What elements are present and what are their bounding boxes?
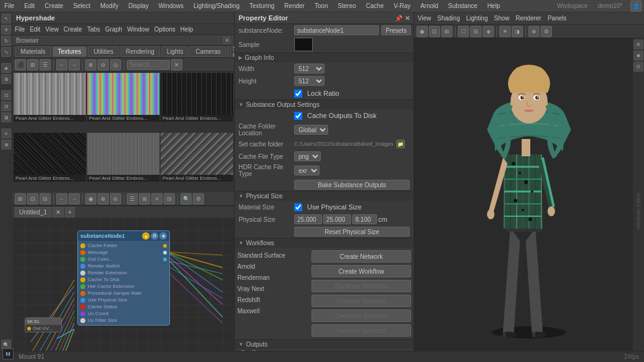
tab-rendering[interactable]: Rendering	[121, 46, 160, 57]
move-tool[interactable]: ✛	[1, 25, 11, 35]
tool8[interactable]: ⊟	[1, 101, 11, 111]
tab-textures[interactable]: Textures	[53, 46, 87, 57]
prop-pin-icon[interactable]: 📌	[395, 15, 402, 22]
hs-menu-file[interactable]: File	[15, 26, 25, 33]
tb-btn5[interactable]: →	[69, 59, 80, 70]
tool11[interactable]: ⊕	[1, 140, 11, 149]
workflow-standard-surface[interactable]: Standard Surface	[237, 250, 307, 261]
hs-menu-view[interactable]: View	[45, 26, 59, 33]
tb-btn2[interactable]: ⊞	[27, 59, 38, 70]
tb-btn8[interactable]: ◎	[110, 59, 121, 70]
tab-shading-groups[interactable]: Shading Groups	[227, 46, 234, 58]
cache-outputs-check[interactable]	[294, 112, 302, 120]
vp-light1[interactable]: ☀	[499, 26, 511, 37]
menu-edit[interactable]: Edit	[22, 2, 36, 9]
browse-folder-btn[interactable]: 📁	[396, 140, 405, 148]
ng-btn7[interactable]: ⊕	[98, 193, 109, 204]
node-btn-graph[interactable]: ◈	[159, 232, 167, 240]
ng-btn8[interactable]: ⊖	[110, 193, 121, 204]
cache-file-type-select[interactable]: pngjpgtif	[294, 151, 321, 161]
substance-node-input[interactable]	[294, 25, 379, 35]
ng-btn1[interactable]: ⊞	[15, 193, 26, 204]
tool6[interactable]: ⊞	[1, 74, 11, 84]
vp-menu-panels[interactable]: Panels	[548, 15, 567, 22]
ng-layout3[interactable]: ≡	[151, 193, 163, 204]
vp-menu-show[interactable]: Show	[494, 15, 509, 22]
hdr-cache-select[interactable]: exrhdr	[294, 166, 320, 175]
menu-display[interactable]: Display	[127, 2, 151, 9]
menu-select[interactable]: Select	[71, 2, 92, 9]
menu-arnold[interactable]: Arnold	[418, 2, 440, 9]
tb-btn3[interactable]: ☰	[40, 59, 51, 70]
use-physical-size-check[interactable]	[294, 203, 302, 211]
menu-create[interactable]: Create	[43, 2, 65, 9]
menu-vray[interactable]: V-Ray	[392, 2, 412, 9]
ng-layout2[interactable]: ⊞	[139, 193, 150, 204]
tab-materials[interactable]: Materials	[15, 46, 51, 57]
width-select[interactable]: 51225610242048	[294, 64, 324, 74]
create-network-btn[interactable]: Create Network	[311, 250, 411, 263]
tool10[interactable]: ≡	[1, 128, 11, 138]
ng-layout[interactable]: ☰	[127, 193, 138, 204]
tb-btn1[interactable]: ⬛	[15, 59, 26, 70]
physical-size-header[interactable]: ▼ Physical Size	[235, 191, 413, 201]
workflow-arnold[interactable]: Arnold	[237, 261, 307, 272]
vp-smooth[interactable]: ◈	[483, 26, 494, 37]
workflow-maxwell[interactable]: Maxwell	[237, 306, 307, 317]
browser-close[interactable]: ✕	[223, 36, 231, 44]
graph-info-header[interactable]: ▶ Graph Info	[235, 53, 413, 62]
menu-windows[interactable]: Windows	[156, 2, 185, 9]
texture-cell-5[interactable]: Pearl And Glitter Embros...	[87, 133, 159, 192]
vp-tb1[interactable]: ◉	[417, 26, 428, 37]
attr-icon1[interactable]: ⊞	[633, 40, 643, 49]
vp-menu-renderer[interactable]: Renderer	[515, 15, 541, 22]
vp-tb3[interactable]: ⊞	[441, 26, 452, 37]
ng-layout4[interactable]: ⊟	[164, 193, 175, 204]
vp-shading[interactable]: ☐	[458, 26, 469, 37]
overwrite-selected-btn[interactable]: Overwrite Selected	[311, 309, 411, 322]
tb-btn6[interactable]: ⊕	[85, 59, 96, 70]
vp-menu-shading[interactable]: Shading	[438, 15, 460, 22]
substance-node[interactable]: substanceNode1 ● ⚙ ◈ Cache Folder	[77, 230, 170, 326]
create-workflow-btn[interactable]: Create Workflow	[311, 265, 411, 277]
output-settings-header[interactable]: ▼ Substance Output Settings	[235, 99, 413, 109]
rotate-tool[interactable]: ↻	[1, 36, 11, 46]
cache-folder-select[interactable]: GlobalLocal	[294, 125, 328, 135]
hs-menu-graph[interactable]: Graph	[105, 26, 122, 33]
vp-menu-view[interactable]: View	[418, 15, 431, 22]
node-tab-close[interactable]: ✕	[53, 207, 64, 217]
texture-cell-1[interactable]: Pearl And Glitter Embros...	[14, 73, 86, 132]
tb-btn7[interactable]: ⊖	[98, 59, 109, 70]
tool5[interactable]: ◈	[1, 63, 11, 73]
scale-tool[interactable]: ⤡	[1, 47, 11, 57]
tool7[interactable]: ⊡	[1, 90, 11, 100]
vp-wire[interactable]: ⊟	[470, 26, 481, 37]
remove-selected-btn[interactable]: Remove Selected	[311, 324, 411, 337]
outputs-header[interactable]: ▼ Outputs	[235, 339, 413, 349]
menu-cache[interactable]: Cache	[364, 2, 386, 9]
select-tool[interactable]: ↖	[1, 14, 11, 23]
ng-btn4[interactable]: ←	[56, 193, 67, 204]
texture-search[interactable]	[127, 60, 170, 70]
texture-cell-6[interactable]: Pearl And Glitter Embros...	[161, 133, 233, 192]
prop-close-icon[interactable]: ✕	[405, 15, 410, 22]
ng-settings[interactable]: ⚙	[193, 193, 204, 204]
texture-cell-4[interactable]: Pearl And Glitter Embros...	[14, 133, 86, 192]
vp-iso[interactable]: ⊕	[528, 26, 540, 37]
node-tab-add[interactable]: +	[65, 207, 75, 217]
maya-logo[interactable]: M	[2, 348, 14, 360]
attr-icon2[interactable]: ◉	[633, 51, 643, 61]
rename-selected-btn[interactable]: Rename Selected	[311, 295, 411, 307]
tab-lights[interactable]: Lights	[161, 46, 189, 57]
vp-tb2[interactable]: ⊡	[429, 26, 440, 37]
menu-texturing[interactable]: Texturing	[248, 2, 277, 9]
bake-substance-btn[interactable]: Bake Substance Outputs	[294, 180, 410, 190]
tab-cameras[interactable]: Cameras	[190, 46, 226, 57]
small-node[interactable]: Mt 81 Out UV...	[25, 318, 62, 332]
node-tab-1[interactable]: Untitled_1	[15, 207, 51, 217]
user-btn[interactable]: 👤	[630, 1, 642, 12]
texture-cell-2[interactable]: Pearl And Glitter Embros...	[87, 73, 159, 132]
vp-settings[interactable]: ⚙	[541, 26, 552, 37]
phys-size-x[interactable]	[294, 214, 322, 224]
height-select[interactable]: 5122561024	[294, 76, 324, 86]
